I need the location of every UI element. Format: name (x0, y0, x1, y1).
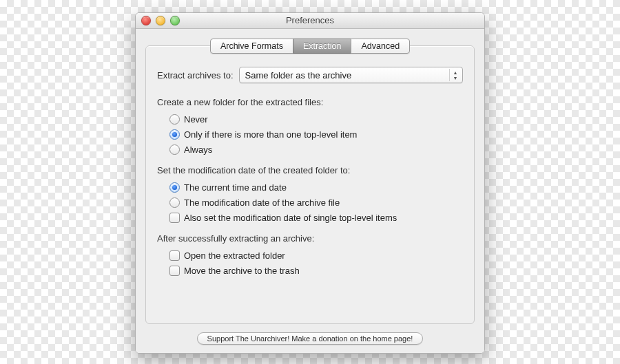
radio-moddate-current-label: The current time and date (184, 182, 287, 193)
tab-advanced[interactable]: Advanced (351, 39, 410, 54)
mod-date-label: Set the modification date of the created… (157, 165, 463, 175)
tab-archive-formats[interactable]: Archive Formats (210, 39, 293, 54)
check-open-folder[interactable] (169, 250, 180, 261)
extraction-group: Extract archives to: Same folder as the … (145, 45, 475, 324)
popup-arrows-icon: ▲▼ (449, 69, 461, 81)
radio-moddate-archive-label: The modification date of the archive fil… (184, 197, 340, 208)
radio-only-multi[interactable] (169, 129, 180, 140)
after-extract-label: After successfully extracting an archive… (157, 233, 463, 244)
radio-always[interactable] (169, 144, 180, 155)
extract-to-label: Extract archives to: (157, 70, 234, 81)
radio-always-label: Always (184, 144, 212, 155)
preferences-window: Preferences Archive Formats Extraction A… (135, 12, 485, 354)
radio-moddate-current[interactable] (169, 182, 180, 193)
tab-bar: Archive Formats Extraction Advanced (136, 39, 484, 54)
donate-button[interactable]: Support The Unarchiver! Make a donation … (197, 332, 424, 345)
close-icon[interactable] (141, 16, 151, 25)
extract-to-value: Same folder as the archive (245, 70, 352, 81)
window-body: Archive Formats Extraction Advanced Extr… (136, 29, 484, 353)
radio-never-label: Never (184, 114, 208, 125)
tab-extraction[interactable]: Extraction (293, 39, 352, 54)
check-move-trash[interactable] (169, 266, 180, 276)
create-folder-label: Create a new folder for the extracted fi… (157, 97, 463, 107)
extract-to-popup[interactable]: Same folder as the archive ▲▼ (239, 67, 463, 83)
check-open-folder-label: Open the extracted folder (184, 250, 285, 261)
window-title: Preferences (286, 15, 334, 25)
radio-never[interactable] (169, 114, 180, 125)
titlebar[interactable]: Preferences (136, 13, 484, 29)
radio-only-multi-label: Only if there is more than one top-level… (184, 129, 357, 140)
minimize-icon[interactable] (156, 16, 165, 25)
check-move-trash-label: Move the archive to the trash (184, 266, 300, 276)
radio-moddate-archive[interactable] (169, 197, 180, 208)
check-also-single-label: Also set the modification date of single… (184, 213, 397, 223)
check-also-single[interactable] (169, 213, 180, 223)
window-controls (141, 16, 180, 25)
zoom-icon[interactable] (170, 16, 180, 25)
